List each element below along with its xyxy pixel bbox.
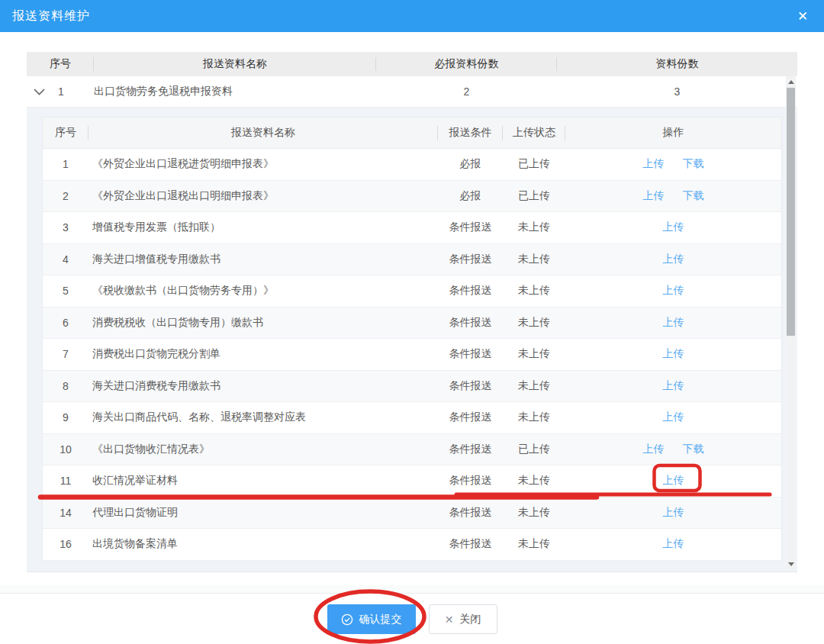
upload-link[interactable]: 上传	[663, 221, 684, 234]
upload-status-badge: 未上传	[503, 506, 565, 520]
outer-col-name: 报送资料名称	[94, 52, 376, 76]
upload-status-badge: 未上传	[503, 284, 565, 298]
operation-cell: 上传	[565, 253, 781, 266]
table-row: 11收汇情况举证材料条件报送未上传上传	[43, 465, 781, 497]
table-row: 4海关进口增值税专用缴款书条件报送未上传上传	[43, 244, 781, 276]
report-condition: 条件报送	[438, 284, 503, 298]
scrollbar-thumb[interactable]	[787, 88, 795, 336]
modal-title: 报送资料维护	[0, 8, 90, 24]
row-seq: 6	[43, 317, 89, 329]
table-row: 14代理出口货物证明条件报送未上传上传	[43, 497, 781, 530]
download-link[interactable]: 下载	[683, 157, 704, 171]
scroll-down-icon[interactable]	[786, 559, 796, 569]
row-seq: 4	[43, 253, 89, 266]
document-name: 《税收缴款书（出口货物劳务专用）》	[89, 284, 438, 298]
report-condition: 条件报送	[438, 474, 503, 488]
check-circle-icon	[341, 613, 353, 626]
upload-status-badge: 未上传	[503, 474, 565, 488]
report-condition: 条件报送	[438, 506, 503, 520]
vertical-scrollbar[interactable]	[786, 76, 796, 570]
close-button[interactable]: ✕ 关闭	[429, 604, 497, 634]
operation-cell: 上传下载	[565, 157, 781, 171]
detail-documents-table: 序号 报送资料名称 报送条件 上传状态 操作 1《外贸企业出口退税进货明细申报表…	[42, 117, 782, 561]
upload-status-badge: 已上传	[503, 189, 565, 203]
upload-link[interactable]: 上传	[663, 537, 684, 551]
report-condition: 条件报送	[438, 316, 503, 330]
outer-col-required-copies: 必报资料份数	[376, 52, 557, 76]
inner-table-body: 1《外贸企业出口退税进货明细申报表》必报已上传上传下载2《外贸企业出口退税出口明…	[43, 149, 781, 561]
download-link[interactable]: 下载	[683, 443, 704, 456]
modal-header: 报送资料维护 ✕	[0, 0, 824, 32]
operation-cell: 上传下载	[565, 189, 781, 203]
upload-status-badge: 未上传	[503, 537, 565, 551]
confirm-submit-label: 确认提交	[359, 613, 402, 626]
report-condition: 条件报送	[438, 537, 503, 551]
upload-link[interactable]: 上传	[663, 379, 684, 393]
document-name: 收汇情况举证材料	[89, 474, 438, 488]
inner-col-condition: 报送条件	[438, 118, 503, 148]
upload-link[interactable]: 上传	[643, 189, 665, 203]
document-name: 消费税税收（出口货物专用）缴款书	[89, 316, 438, 330]
document-name: 《出口货物收汇情况表》	[89, 443, 438, 456]
operation-cell: 上传	[565, 474, 781, 488]
upload-status-badge: 未上传	[503, 253, 565, 266]
upload-link[interactable]: 上传	[663, 506, 684, 520]
row-seq: 16	[43, 538, 89, 550]
chevron-down-icon[interactable]	[34, 89, 45, 95]
upload-link[interactable]: 上传	[663, 474, 684, 488]
table-row: 5《税收缴款书（出口货物劳务专用）》条件报送未上传上传	[43, 275, 781, 308]
close-icon[interactable]: ✕	[793, 0, 812, 32]
submission-materials-table: 序号 报送资料名称 必报资料份数 资料份数 1 出口货物劳务免退税申报资料 2 …	[27, 52, 797, 572]
operation-cell: 上传	[565, 411, 781, 424]
upload-link[interactable]: 上传	[663, 316, 684, 330]
upload-status-badge: 未上传	[503, 347, 565, 361]
report-condition: 条件报送	[438, 411, 503, 424]
outer-row-copies: 3	[557, 85, 797, 98]
table-row: 3增值税专用发票（抵扣联）条件报送未上传上传	[43, 212, 781, 244]
upload-link[interactable]: 上传	[663, 253, 684, 266]
upload-link[interactable]: 上传	[643, 443, 665, 456]
inner-col-name: 报送资料名称	[89, 118, 438, 148]
outer-row-seq: 1	[58, 85, 64, 98]
upload-status-badge: 未上传	[503, 221, 565, 234]
outer-col-seq: 序号	[27, 52, 94, 76]
operation-cell: 上传	[565, 284, 781, 298]
report-condition: 必报	[438, 157, 503, 171]
upload-link[interactable]: 上传	[663, 284, 684, 298]
operation-cell: 上传	[565, 379, 781, 393]
footer-band	[0, 585, 824, 593]
row-seq: 5	[43, 285, 89, 297]
upload-link[interactable]: 上传	[643, 157, 665, 171]
close-button-label: 关闭	[459, 613, 481, 626]
confirm-submit-button[interactable]: 确认提交	[327, 604, 416, 634]
row-seq: 11	[43, 475, 89, 487]
x-icon: ✕	[445, 613, 454, 626]
upload-status-badge: 已上传	[503, 157, 565, 171]
row-seq: 2	[43, 190, 89, 202]
document-name: 海关进口消费税专用缴款书	[89, 379, 438, 393]
upload-link[interactable]: 上传	[663, 347, 684, 361]
report-condition: 条件报送	[438, 253, 503, 266]
table-row: 10《出口货物收汇情况表》条件报送已上传上传下载	[43, 434, 781, 466]
table-row: 7消费税出口货物完税分割单条件报送未上传上传	[43, 339, 781, 371]
operation-cell: 上传	[565, 221, 781, 234]
report-condition: 条件报送	[438, 379, 503, 393]
upload-link[interactable]: 上传	[663, 411, 684, 424]
row-seq: 3	[43, 221, 89, 233]
table-row: 8海关进口消费税专用缴款书条件报送未上传上传	[43, 371, 781, 403]
upload-status-badge: 已上传	[503, 443, 565, 456]
upload-status-badge: 未上传	[503, 411, 565, 424]
document-name: 增值税专用发票（抵扣联）	[89, 221, 438, 234]
footer-divider	[0, 593, 824, 594]
download-link[interactable]: 下载	[683, 189, 704, 203]
row-seq: 10	[43, 443, 89, 456]
table-row: 16出境货物备案清单条件报送未上传上传	[43, 529, 781, 561]
operation-cell: 上传	[565, 537, 781, 551]
inner-col-status: 上传状态	[503, 118, 565, 148]
inner-col-operation: 操作	[565, 118, 781, 148]
document-name: 消费税出口货物完税分割单	[89, 347, 438, 361]
scroll-up-icon[interactable]	[786, 77, 796, 87]
expanded-detail-area: 序号 报送资料名称 报送条件 上传状态 操作 1《外贸企业出口退税进货明细申报表…	[27, 108, 797, 572]
table-row: 2《外贸企业出口退税出口明细申报表》必报已上传上传下载	[43, 181, 781, 213]
document-name: 代理出口货物证明	[89, 506, 438, 520]
